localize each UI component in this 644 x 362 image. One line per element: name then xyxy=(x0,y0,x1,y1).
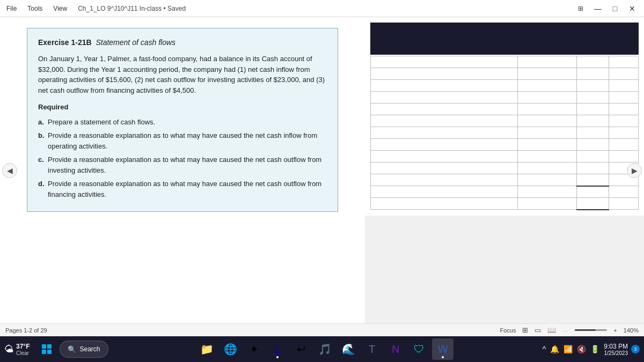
table-cell[interactable] xyxy=(609,104,639,115)
table-cell[interactable] xyxy=(609,151,639,162)
table-row[interactable] xyxy=(371,162,639,174)
table-cell[interactable] xyxy=(518,68,577,80)
taskbar-app-edge[interactable]: 🌊 xyxy=(338,338,359,360)
table-cell[interactable] xyxy=(371,104,518,115)
table-cell[interactable] xyxy=(609,198,639,210)
table-cell[interactable] xyxy=(609,68,639,80)
table-cell[interactable] xyxy=(577,56,609,68)
table-cell[interactable] xyxy=(609,80,639,92)
table-row[interactable] xyxy=(371,115,639,127)
table-row[interactable] xyxy=(371,151,639,162)
menu-tools[interactable]: Tools xyxy=(25,4,45,13)
table-cell[interactable] xyxy=(609,115,639,127)
spreadsheet-table[interactable] xyxy=(370,56,639,210)
table-cell[interactable] xyxy=(577,104,609,115)
tray-chevron[interactable]: ^ xyxy=(541,344,547,354)
table-cell[interactable] xyxy=(518,151,577,162)
table-cell[interactable] xyxy=(518,127,577,139)
table-row[interactable] xyxy=(371,104,639,115)
pin-icon[interactable]: ⊞ xyxy=(573,3,588,14)
taskbar-app-browser[interactable]: 🌐 xyxy=(219,338,241,360)
tray-volume-mute[interactable]: 🔇 xyxy=(576,344,587,354)
zoom-slider[interactable] xyxy=(575,329,607,331)
table-cell[interactable] xyxy=(518,115,577,127)
nav-arrow-right[interactable]: ▶ xyxy=(627,163,642,178)
taskbar-app-onenote[interactable]: N xyxy=(385,338,406,360)
spreadsheet-area[interactable] xyxy=(365,17,644,216)
taskbar-app-files[interactable]: 📁 xyxy=(196,338,217,360)
table-cell[interactable] xyxy=(577,127,609,139)
table-cell[interactable] xyxy=(371,115,518,127)
system-clock[interactable]: 9:03 PM 1/25/2023 xyxy=(604,343,628,356)
table-cell[interactable] xyxy=(371,151,518,162)
table-cell[interactable] xyxy=(371,139,518,151)
table-cell[interactable] xyxy=(518,92,577,104)
taskbar-app-defender[interactable]: 🛡 xyxy=(408,338,430,360)
tray-battery[interactable]: 🔋 xyxy=(589,344,601,354)
table-row[interactable] xyxy=(371,127,639,139)
table-cell[interactable] xyxy=(371,92,518,104)
maximize-button[interactable]: □ xyxy=(608,3,623,14)
tray-notification[interactable]: 🔔 xyxy=(549,344,560,354)
minimize-button[interactable]: — xyxy=(590,3,605,14)
table-cell[interactable] xyxy=(518,174,577,186)
table-row[interactable] xyxy=(371,174,639,186)
table-row[interactable] xyxy=(371,80,639,92)
menu-file[interactable]: File xyxy=(4,4,19,13)
table-cell[interactable] xyxy=(371,68,518,80)
table-cell[interactable] xyxy=(577,186,609,198)
table-cell[interactable] xyxy=(609,127,639,139)
table-cell[interactable] xyxy=(577,198,609,210)
table-row[interactable] xyxy=(371,68,639,80)
table-cell[interactable] xyxy=(518,56,577,68)
table-row[interactable] xyxy=(371,56,639,68)
menu-view[interactable]: View xyxy=(51,4,69,13)
taskbar-app-copilot[interactable]: ✦ xyxy=(243,338,265,360)
table-cell[interactable] xyxy=(518,198,577,210)
taskbar-app-word[interactable]: W xyxy=(432,338,453,360)
table-cell[interactable] xyxy=(577,92,609,104)
close-button[interactable]: ✕ xyxy=(625,3,640,14)
table-cell[interactable] xyxy=(371,162,518,174)
table-cell[interactable] xyxy=(518,80,577,92)
table-cell[interactable] xyxy=(577,80,609,92)
view-single-icon[interactable]: ▭ xyxy=(535,326,541,334)
table-cell[interactable] xyxy=(609,92,639,104)
table-cell[interactable] xyxy=(577,174,609,186)
table-cell[interactable] xyxy=(371,80,518,92)
nav-arrow-left[interactable]: ◀ xyxy=(2,163,17,178)
taskbar-app-media[interactable]: 🎵 xyxy=(314,338,335,360)
table-cell[interactable] xyxy=(371,186,518,198)
search-button[interactable]: 🔍 Search xyxy=(60,341,108,358)
table-cell[interactable] xyxy=(609,56,639,68)
table-cell[interactable] xyxy=(577,162,609,174)
windows-start-button[interactable] xyxy=(36,338,57,360)
table-cell[interactable] xyxy=(518,139,577,151)
notification-badge[interactable]: 3 xyxy=(631,345,640,353)
table-row[interactable] xyxy=(371,92,639,104)
taskbar-weather[interactable]: 🌤 37°F Clear xyxy=(4,343,30,356)
taskbar-app-teams[interactable]: T xyxy=(361,338,383,360)
table-cell[interactable] xyxy=(609,139,639,151)
table-cell[interactable] xyxy=(371,56,518,68)
view-grid-icon[interactable]: ⊞ xyxy=(522,326,528,334)
table-cell[interactable] xyxy=(577,115,609,127)
taskbar-app-arrow[interactable]: ↩ xyxy=(290,338,312,360)
view-read-icon[interactable]: 📖 xyxy=(547,326,556,334)
table-cell[interactable] xyxy=(577,68,609,80)
table-cell[interactable] xyxy=(371,127,518,139)
table-cell[interactable] xyxy=(577,139,609,151)
table-cell[interactable] xyxy=(518,186,577,198)
table-cell[interactable] xyxy=(371,198,518,210)
table-row[interactable] xyxy=(371,186,639,198)
table-row[interactable] xyxy=(371,198,639,210)
table-cell[interactable] xyxy=(577,151,609,162)
table-cell[interactable] xyxy=(518,104,577,115)
taskbar-app-l[interactable]: L xyxy=(267,338,288,360)
table-cell[interactable] xyxy=(371,174,518,186)
table-row[interactable] xyxy=(371,139,639,151)
table-cell[interactable] xyxy=(609,186,639,198)
focus-label[interactable]: Focus xyxy=(500,327,516,334)
tray-wifi[interactable]: 📶 xyxy=(562,344,574,354)
table-cell[interactable] xyxy=(518,162,577,174)
